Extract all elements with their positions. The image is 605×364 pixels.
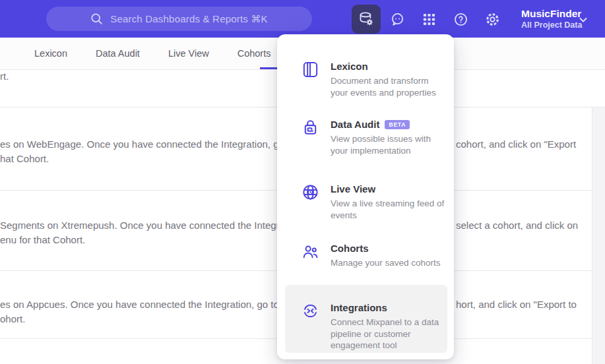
help-icon [453, 12, 468, 27]
top-header-bar: Search Dashboards & Reports ⌘K [0, 0, 605, 38]
table-row-text: enu for that Cohort. [0, 233, 85, 247]
menu-item-data-audit[interactable]: Data Audit BETA View possible issues wit… [302, 119, 445, 156]
menu-item-title: Integrations [331, 302, 387, 314]
table-row-text: cohort, and click on "Export [456, 138, 576, 151]
search-input[interactable]: Search Dashboards & Reports ⌘K [46, 7, 312, 31]
menu-item-title: Cohorts [331, 243, 369, 255]
data-management-icon [358, 11, 374, 27]
table-row-text: Segments on Xtremepush. Once you have co… [0, 219, 303, 232]
integrations-sync-icon [302, 302, 319, 320]
menu-item-title: Live View [331, 183, 375, 195]
menu-item-integrations[interactable]: Integrations Connect Mixpanel to a data … [302, 302, 445, 351]
table-row-text: hort, and click on "Export to [456, 298, 577, 311]
beta-badge: BETA [385, 120, 410, 129]
project-scope: All Project Data [521, 20, 582, 30]
feedback-button[interactable] [385, 7, 409, 31]
table-row-text: ohort. [0, 313, 25, 326]
data-audit-lock-icon [302, 119, 319, 136]
settings-button[interactable] [480, 7, 504, 31]
menu-item-lexicon[interactable]: Lexicon Document and transform your even… [302, 61, 445, 98]
menu-item-description: Document and transform your events and p… [331, 75, 445, 98]
menu-item-title: Lexicon [331, 61, 368, 73]
table-row-text: es on WebEngage. Once you have connected… [0, 138, 312, 151]
tab-live-view[interactable]: Live View [168, 48, 209, 59]
menu-item-description: Manage your saved cohorts [331, 257, 441, 269]
apps-grid-button[interactable] [417, 7, 441, 31]
project-name: MusicFinder [521, 7, 582, 20]
data-management-button[interactable] [352, 5, 381, 34]
page-side-gutter [592, 107, 605, 364]
table-row-text: select a cohort, and click on [456, 219, 578, 232]
tab-cohorts[interactable]: Cohorts [238, 48, 271, 59]
app-window: rt. es on WebEngage. Once you have conne… [0, 0, 605, 364]
menu-item-cohorts[interactable]: Cohorts Manage your saved cohorts [302, 243, 445, 269]
cohorts-people-icon [302, 243, 319, 260]
settings-gear-icon [485, 12, 500, 27]
lexicon-book-icon [302, 61, 319, 78]
menu-item-description: Connect Mixpanel to a data pipeline or c… [331, 317, 445, 351]
menu-item-live-view[interactable]: Live View View a live streaming feed of … [302, 183, 445, 221]
feedback-bubble-icon [390, 12, 405, 27]
search-icon [90, 13, 103, 25]
apps-grid-icon [422, 13, 436, 26]
tab-lexicon[interactable]: Lexicon [34, 48, 67, 59]
search-placeholder: Search Dashboards & Reports ⌘K [110, 13, 268, 25]
nav-dropdown-menu: Lexicon Document and transform your even… [277, 34, 454, 359]
live-view-globe-icon [302, 183, 319, 201]
menu-item-description: View a live streaming feed of events [331, 198, 445, 221]
table-row-text: es on Appcues. Once you have connected t… [0, 298, 306, 311]
help-button[interactable] [449, 7, 472, 31]
active-tab-indicator [260, 67, 277, 70]
table-row-text: rt. [0, 70, 9, 83]
table-row-text: hat Cohort. [0, 152, 49, 166]
chevron-down-icon[interactable] [578, 15, 589, 25]
tab-data-audit[interactable]: Data Audit [96, 48, 140, 59]
menu-item-title: Data Audit [331, 119, 379, 131]
menu-item-description: View possible issues with your implement… [331, 133, 445, 156]
project-selector[interactable]: MusicFinder All Project Data [521, 7, 582, 30]
